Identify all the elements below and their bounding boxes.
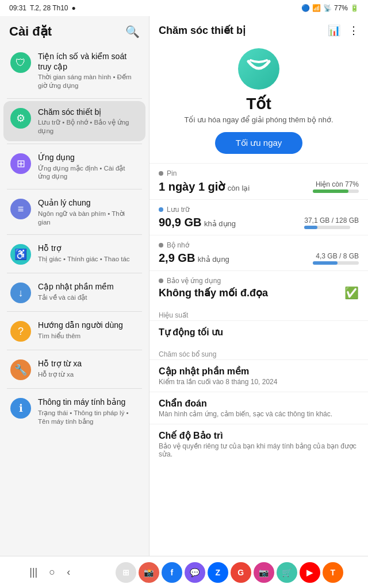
menu-item-cap-nhat[interactable]: ↓ Cập nhật phần mềm Tải về và cài đặt bbox=[3, 276, 145, 309]
nav-app-temu[interactable]: T bbox=[323, 562, 343, 583]
hero-icon bbox=[238, 48, 279, 90]
home-button[interactable]: ○ bbox=[49, 566, 55, 578]
menu-subtitle-huong-dan: Tìm hiểu thêm bbox=[38, 332, 139, 341]
menu-icon-ho-tro: ♿ bbox=[10, 244, 31, 265]
status-sim-icon: ● bbox=[72, 4, 76, 12]
signal-icon: 📡 bbox=[323, 4, 332, 12]
menu-title-cham-soc: Chăm sóc thiết bị bbox=[38, 107, 139, 117]
menu-title-quan-ly: Quản lý chung bbox=[38, 198, 139, 208]
nav-app-home[interactable]: ⊞ bbox=[116, 562, 136, 583]
storage-dot bbox=[159, 207, 163, 212]
status-left: 09:31 T.2, 28 Th10 ● bbox=[9, 4, 76, 12]
menu-subtitle-ho-tro: Thị giác • Thính giác • Thao tác bbox=[38, 255, 139, 264]
nav-app-google[interactable]: G bbox=[231, 562, 251, 583]
menu-title-ung-dung: Ứng dụng bbox=[38, 152, 139, 163]
nav-app-messenger[interactable]: 💬 bbox=[185, 562, 205, 583]
nav-app-facebook[interactable]: f bbox=[162, 562, 182, 583]
battery-value-row: 1 ngày 1 giờ còn lại Hiện còn 77% bbox=[159, 180, 359, 194]
menu-icon-cap-nhat: ↓ bbox=[10, 283, 31, 303]
menu-item-tien-ich[interactable]: 🛡 Tiện ích số và kiểm soát truy cập Thời… bbox=[3, 45, 145, 96]
care-item-2[interactable]: Chế độ Bảo trì Bảo vệ quyền riêng tư của… bbox=[150, 424, 368, 464]
additional-care-heading: Chăm sóc bổ sung bbox=[150, 345, 368, 359]
nav-app-camera[interactable]: 📸 bbox=[139, 562, 159, 583]
status-date: T.2, 28 Th10 bbox=[30, 4, 68, 12]
security-value-row: Không thấy mối đ.đọa ✅ bbox=[159, 286, 359, 300]
security-check-icon: ✅ bbox=[344, 286, 359, 300]
left-header: Cài đặt 🔍 bbox=[0, 16, 149, 45]
storage-value-row: 90,9 GB khả dụng 37,1 GB / 128 GB bbox=[159, 216, 359, 229]
nav-sys-buttons: ||| ○ ‹ bbox=[25, 566, 75, 578]
storage-progress-bar bbox=[304, 226, 350, 229]
menu-item-quan-ly[interactable]: ≡ Quản lý chung Ngôn ngữ và bàn phím • T… bbox=[3, 192, 145, 232]
care-item-subtitle-1: Màn hình cảm ứng, cảm biến, sạc và các t… bbox=[159, 410, 359, 418]
nav-app-zalo[interactable]: Z bbox=[208, 562, 228, 583]
memory-progress-bar bbox=[313, 261, 359, 265]
battery-value: 1 ngày 1 giờ còn lại bbox=[159, 180, 250, 194]
storage-label: Lưu trữ bbox=[159, 206, 359, 214]
security-label: Bảo vệ ứng dụng bbox=[159, 277, 359, 285]
menu-subtitle-ung-dung: Ứng dụng mặc định • Cài đặt ứng dụng bbox=[38, 164, 139, 181]
right-panel-title: Chăm sóc thiết bị bbox=[159, 24, 246, 37]
storage-value: 90,9 GB khả dụng bbox=[159, 216, 236, 229]
device-care-hero: Tốt Tối ưu hóa ngay để giải phóng thêm b… bbox=[150, 42, 368, 163]
hero-subtitle: Tối ưu hóa ngay để giải phóng thêm bộ nh… bbox=[184, 115, 333, 124]
menu-subtitle-quan-ly: Ngôn ngữ và bàn phím • Thời gian bbox=[38, 210, 139, 227]
menu-title-ho-tro-xa: Hỗ trợ từ xa bbox=[38, 358, 139, 369]
wifi-icon: 📶 bbox=[312, 4, 321, 12]
battery-level: 77% bbox=[334, 4, 348, 12]
performance-row[interactable]: Tự động tối ưu bbox=[150, 320, 368, 345]
storage-section: Lưu trữ 90,9 GB khả dụng 37,1 GB / 128 G… bbox=[150, 199, 368, 235]
security-section: Bảo vệ ứng dụng Không thấy mối đ.đọa ✅ bbox=[150, 270, 368, 305]
additional-care-list: Cập nhật phần mềm Kiểm tra lần cuối vào … bbox=[150, 359, 368, 464]
optimize-button[interactable]: Tối ưu ngay bbox=[215, 132, 303, 154]
memory-right: 4,3 GB / 8 GB bbox=[313, 252, 359, 265]
care-item-title-0: Cập nhật phần mềm bbox=[159, 366, 359, 377]
menu-subtitle-ho-tro-xa: Hỗ trợ từ xa bbox=[38, 370, 139, 379]
nav-app-instagram[interactable]: 📷 bbox=[254, 562, 274, 583]
menu-icon-tien-ich: 🛡 bbox=[10, 52, 31, 73]
battery-section: Pin 1 ngày 1 giờ còn lại Hiện còn 77% bbox=[150, 163, 368, 199]
memory-section: Bộ nhớ 2,9 GB khả dụng 4,3 GB / 8 GB bbox=[150, 235, 368, 270]
menu-icon-ho-tro-xa: 🔧 bbox=[10, 359, 31, 380]
memory-dot bbox=[159, 243, 163, 247]
menu-subtitle-tien-ich: Thời gian sáng màn hình • Đếm giờ ứng dụ… bbox=[38, 73, 139, 90]
menu-icon-cham-soc: ⚙ bbox=[10, 108, 31, 129]
right-panel: Chăm sóc thiết bị 📊 ⋮ Tốt Tối ưu hóa nga… bbox=[150, 16, 368, 556]
menu-icon-quan-ly: ≡ bbox=[10, 199, 31, 219]
menu-item-ho-tro[interactable]: ♿ Hỗ trợ Thị giác • Thính giác • Thao tá… bbox=[3, 237, 145, 270]
care-item-subtitle-2: Bảo vệ quyền riêng tư của bạn khi máy tí… bbox=[159, 442, 359, 458]
status-bar: 09:31 T.2, 28 Th10 ● 🔵 📶 📡 77% 🔋 bbox=[0, 0, 368, 16]
menu-title-ho-tro: Hỗ trợ bbox=[38, 243, 139, 253]
menu-subtitle-thong-tin: Trạng thái • Thông tin pháp lý • Tên máy… bbox=[38, 409, 139, 426]
hero-rating: Tốt bbox=[246, 94, 271, 113]
right-header-icons: 📊 ⋮ bbox=[328, 24, 359, 37]
battery-right: Hiện còn 77% bbox=[313, 180, 359, 193]
search-icon[interactable]: 🔍 bbox=[125, 25, 140, 38]
nav-app-youtube[interactable]: ▶ bbox=[300, 562, 320, 583]
nav-app-shopee[interactable]: 🛒 bbox=[277, 562, 297, 583]
main-layout: Cài đặt 🔍 🛡 Tiện ích số và kiểm soát tru… bbox=[0, 16, 368, 556]
memory-label: Bộ nhớ bbox=[159, 241, 359, 249]
menu-item-ung-dung[interactable]: ⊞ Ứng dụng Ứng dụng mặc định • Cài đặt ứ… bbox=[3, 146, 145, 187]
battery-progress-bar bbox=[313, 189, 359, 193]
menu-subtitle-cham-soc: Lưu trữ • Bộ nhớ • Bảo vệ ứng dụng bbox=[38, 118, 139, 136]
battery-dot bbox=[159, 171, 163, 176]
menu-item-huong-dan[interactable]: ? Hướng dẫn người dùng Tìm hiểu thêm bbox=[3, 314, 145, 347]
more-options-icon[interactable]: ⋮ bbox=[348, 24, 359, 37]
right-header: Chăm sóc thiết bị 📊 ⋮ bbox=[150, 16, 368, 42]
menu-icon-huong-dan: ? bbox=[10, 321, 31, 342]
menu-item-thong-tin[interactable]: ℹ Thông tin máy tính bảng Trạng thái • T… bbox=[3, 391, 145, 431]
bar-chart-icon[interactable]: 📊 bbox=[328, 24, 340, 37]
back-button[interactable]: ‹ bbox=[67, 566, 70, 578]
care-item-1[interactable]: Chẩn đoán Màn hình cảm ứng, cảm biến, sạ… bbox=[150, 392, 368, 424]
menu-items-list: 🛡 Tiện ích số và kiểm soát truy cập Thời… bbox=[0, 45, 149, 432]
menu-item-ho-tro-xa[interactable]: 🔧 Hỗ trợ từ xa Hỗ trợ từ xa bbox=[3, 353, 145, 386]
storage-right: 37,1 GB / 128 GB bbox=[304, 216, 359, 229]
recent-apps-button[interactable]: ||| bbox=[29, 566, 37, 578]
menu-icon-thong-tin: ℹ bbox=[10, 398, 31, 419]
performance-heading: Hiệu suất bbox=[150, 305, 368, 320]
care-item-0[interactable]: Cập nhật phần mềm Kiểm tra lần cuối vào … bbox=[150, 359, 368, 392]
menu-item-cham-soc[interactable]: ⚙ Chăm sóc thiết bị Lưu trữ • Bộ nhớ • B… bbox=[3, 101, 145, 141]
left-panel-title: Cài đặt bbox=[9, 24, 52, 39]
bottom-nav: ||| ○ ‹ ⊞📸f💬ZG📷🛒▶T bbox=[0, 556, 368, 588]
